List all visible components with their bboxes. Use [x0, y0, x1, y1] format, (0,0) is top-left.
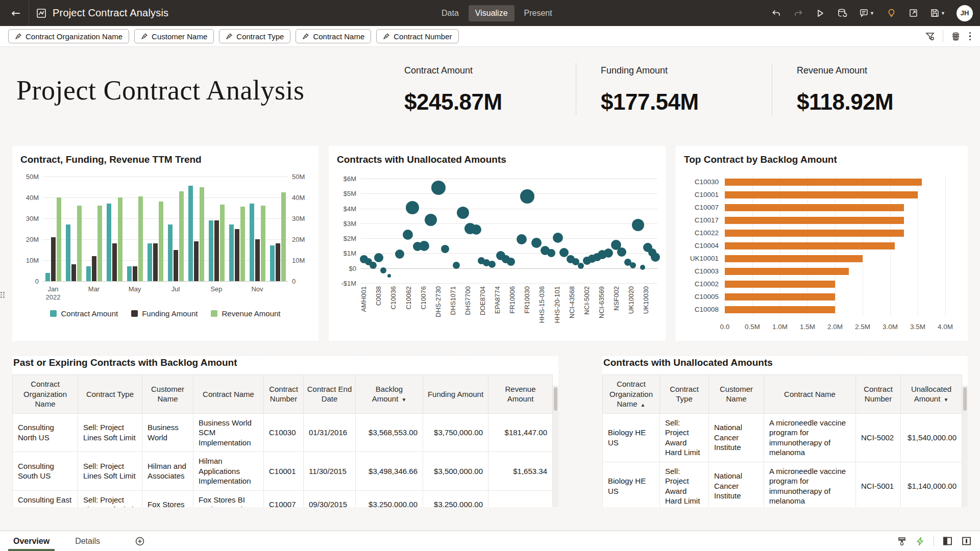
top-contract-chart-card[interactable]: Top Contract by Backlog AmountC10030C100… [676, 146, 968, 341]
table-cell[interactable]: $181,447.00 [488, 413, 553, 452]
undo-icon[interactable] [768, 5, 785, 22]
data-point[interactable] [406, 201, 419, 214]
canvas-resize-handle[interactable] [1, 292, 4, 298]
table-cell[interactable]: A microneedle vaccine program for immuno… [764, 413, 856, 462]
bar-revenue-amount[interactable] [220, 205, 225, 281]
data-point[interactable] [374, 253, 383, 262]
table-cell[interactable]: National Cancer Institute [709, 462, 764, 507]
bar-revenue-amount[interactable] [159, 202, 163, 281]
table-cell[interactable] [488, 490, 553, 507]
data-point[interactable] [547, 249, 555, 257]
bar-funding-amount[interactable] [235, 229, 239, 282]
data-point[interactable] [403, 230, 413, 240]
table-cell[interactable]: Hilman Applications Implementation [193, 452, 264, 491]
redo-icon[interactable] [790, 5, 807, 22]
bar-funding-amount[interactable] [133, 266, 137, 281]
data-point[interactable] [488, 261, 496, 268]
run-icon[interactable] [812, 5, 829, 22]
filter-pill-contract-name[interactable]: Contract Name [296, 29, 371, 43]
bar-contract-amount[interactable] [127, 266, 132, 281]
table-scrollbar[interactable] [553, 386, 558, 507]
data-actions-icon[interactable] [950, 31, 961, 42]
column-header-contract-number[interactable]: Contract Number [856, 375, 901, 414]
table-cell[interactable]: NCI-5002 [856, 413, 901, 462]
bar-funding-amount[interactable] [92, 256, 96, 281]
table-cell[interactable]: C10007 [264, 490, 304, 507]
canvas-style-brush-icon[interactable] [897, 536, 907, 546]
save-icon[interactable]: ▼ [926, 5, 949, 22]
tab-present[interactable]: Present [518, 5, 559, 21]
table-row[interactable]: Biology HE USSell: Project Award Hard Li… [603, 462, 962, 507]
bar-UK10001[interactable] [725, 255, 863, 262]
table-cell[interactable]: Fox Stores BI Implementation [193, 490, 264, 507]
column-header-contract-end-date[interactable]: Contract End Date [304, 375, 356, 414]
column-header-contract-organization-name[interactable]: Contract Organization Name▲ [603, 375, 660, 414]
table-cell[interactable]: Business World SCM Implementation [193, 413, 264, 452]
bar-funding-amount[interactable] [194, 241, 199, 281]
kpi-revenue-amount[interactable]: Revenue Amount$118.92M [772, 63, 968, 115]
bar-C10017[interactable] [725, 217, 904, 224]
filter-pill-customer-name[interactable]: Customer Name [134, 29, 214, 43]
expiring-contracts-table-card[interactable]: Past or Expiring Contracts with Backlog … [12, 356, 558, 507]
column-header-revenue-amount[interactable]: Revenue Amount [488, 375, 553, 414]
data-point[interactable] [531, 238, 542, 248]
bar-revenue-amount[interactable] [77, 206, 82, 281]
more-options-icon[interactable] [968, 31, 972, 42]
bar-C10002[interactable] [725, 281, 835, 288]
scrollbar-thumb[interactable] [554, 387, 557, 411]
bar-revenue-amount[interactable] [118, 197, 122, 281]
data-point[interactable] [370, 262, 377, 269]
data-point[interactable] [632, 219, 644, 231]
data-point[interactable] [387, 274, 391, 278]
column-header-contract-name[interactable]: Contract Name [193, 375, 264, 414]
tab-visualize[interactable]: Visualize [469, 5, 514, 21]
bar-contract-amount[interactable] [66, 224, 70, 281]
data-point[interactable] [457, 207, 469, 219]
data-point[interactable] [559, 248, 569, 257]
comments-icon[interactable]: ▼ [855, 5, 878, 22]
bar-contract-amount[interactable] [107, 204, 111, 281]
refresh-data-icon[interactable] [834, 5, 851, 22]
table-cell[interactable]: A microneedle vaccine program for immuno… [764, 462, 856, 507]
bar-funding-amount[interactable] [51, 237, 56, 281]
data-point[interactable] [441, 245, 449, 253]
table-cell[interactable]: $3,498,346.66 [356, 452, 423, 491]
table-cell[interactable]: Biology HE US [603, 462, 660, 507]
bar-C10001[interactable] [725, 191, 918, 198]
right-panel-toggle-icon[interactable] [961, 536, 972, 546]
data-point[interactable] [651, 253, 660, 262]
filter-pill-contract-organization-name[interactable]: Contract Organization Name [8, 29, 129, 43]
table-cell[interactable]: 11/30/2015 [304, 452, 356, 491]
unallocated-contracts-table-card[interactable]: Contracts with Unallocated AmountsContra… [602, 356, 968, 507]
data-point[interactable] [471, 224, 481, 235]
bar-C10022[interactable] [725, 230, 904, 237]
table-cell[interactable]: Biology HE US [603, 413, 660, 462]
column-header-unallocated-amount[interactable]: Unallocated Amount▼ [901, 375, 962, 414]
canvas-tab-overview[interactable]: Overview [8, 531, 55, 551]
bar-funding-amount[interactable] [153, 243, 158, 281]
bar-C10005[interactable] [725, 293, 835, 300]
bar-revenue-amount[interactable] [179, 191, 184, 281]
table-cell[interactable]: $3,500,000.00 [423, 452, 488, 491]
avatar[interactable]: JH [957, 5, 973, 21]
column-header-contract-organization-name[interactable]: Contract Organization Name [13, 375, 78, 414]
table-row[interactable]: Consulting North USSell: Project Lines S… [13, 413, 553, 452]
bar-funding-amount[interactable] [255, 239, 260, 281]
column-header-funding-amount[interactable]: Funding Amount [423, 375, 488, 414]
data-point[interactable] [604, 248, 613, 258]
bar-revenue-amount[interactable] [97, 206, 102, 281]
table-cell[interactable]: Consulting South US [13, 452, 78, 491]
table-row[interactable]: Biology HE USSell: Project Award Hard Li… [603, 413, 962, 462]
bar-revenue-amount[interactable] [57, 197, 61, 281]
data-point[interactable] [553, 233, 563, 243]
scatter-chart-card[interactable]: Contracts with Unallocated Amounts$6M$5M… [329, 146, 666, 341]
bar-contract-amount[interactable] [209, 220, 213, 281]
performance-bolt-icon[interactable] [915, 536, 925, 546]
back-button[interactable]: ← [7, 5, 24, 22]
bar-revenue-amount[interactable] [200, 187, 204, 282]
table-cell[interactable]: $3,750,000.00 [423, 413, 488, 452]
bar-contract-amount[interactable] [229, 224, 234, 281]
data-point[interactable] [640, 265, 645, 270]
table-scrollbar[interactable] [962, 386, 968, 507]
column-header-contract-number[interactable]: Contract Number [264, 375, 304, 414]
